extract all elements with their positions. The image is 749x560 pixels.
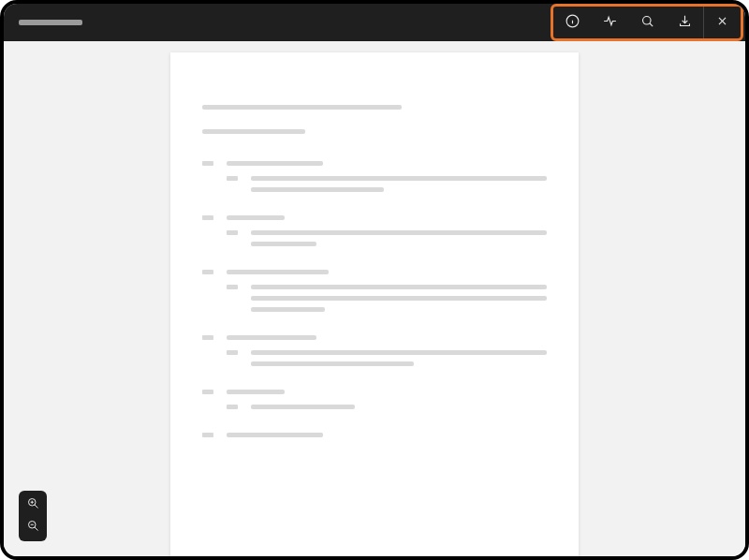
body-line <box>251 296 547 301</box>
svg-line-4 <box>649 22 652 25</box>
zoom-in-icon <box>26 496 40 514</box>
body-line <box>251 176 547 181</box>
viewer-window <box>0 0 749 560</box>
section-title <box>227 215 285 220</box>
section-row <box>202 433 547 444</box>
heading-line <box>202 105 402 110</box>
svg-line-9 <box>35 505 37 508</box>
search-icon <box>639 13 655 33</box>
section-number <box>202 215 213 220</box>
document-page <box>170 52 579 556</box>
close-button[interactable] <box>703 7 741 38</box>
section-number <box>202 335 213 340</box>
activity-button[interactable] <box>591 7 628 38</box>
subsection-number <box>227 350 238 355</box>
subsection-row <box>227 230 547 253</box>
zoom-out-icon <box>26 519 40 537</box>
body-line <box>251 361 414 366</box>
subsection-number <box>227 176 238 181</box>
section-row <box>202 215 547 227</box>
search-button[interactable] <box>628 7 666 38</box>
section-number <box>202 390 213 394</box>
subsection-number <box>227 405 238 409</box>
info-icon <box>565 13 580 33</box>
body-line <box>251 307 325 312</box>
toolbar-highlight <box>551 4 743 41</box>
zoom-out-button[interactable] <box>21 517 45 538</box>
download-icon <box>677 13 693 33</box>
section-row <box>202 335 547 346</box>
section-title <box>227 390 285 394</box>
section-title <box>227 270 329 274</box>
body-line <box>251 285 547 289</box>
document-viewport[interactable] <box>4 41 745 556</box>
section-number <box>202 433 213 437</box>
zoom-controls <box>19 491 47 541</box>
body-line <box>251 230 547 235</box>
body-line <box>251 405 355 409</box>
body-line <box>251 242 316 246</box>
body-line <box>251 350 547 355</box>
close-icon <box>714 13 730 33</box>
section-number <box>202 270 213 274</box>
subsection-row <box>227 176 547 199</box>
subsection-number <box>227 230 238 235</box>
info-button[interactable] <box>553 7 591 38</box>
section-row <box>202 161 547 172</box>
download-button[interactable] <box>666 7 703 38</box>
document-title <box>19 20 82 25</box>
subheading-line <box>202 129 305 134</box>
zoom-in-button[interactable] <box>21 494 45 515</box>
subsection-row <box>227 405 547 416</box>
top-bar <box>4 4 745 41</box>
section-number <box>202 161 213 166</box>
section-row <box>202 390 547 401</box>
activity-icon <box>602 13 618 33</box>
subsection-row <box>227 285 547 318</box>
section-title <box>227 335 316 340</box>
svg-line-13 <box>35 527 37 530</box>
subsection-row <box>227 350 547 373</box>
svg-point-3 <box>642 16 651 24</box>
body-line <box>251 187 384 192</box>
section-title <box>227 433 323 437</box>
section-title <box>227 161 323 166</box>
subsection-number <box>227 285 238 289</box>
section-row <box>202 270 547 281</box>
